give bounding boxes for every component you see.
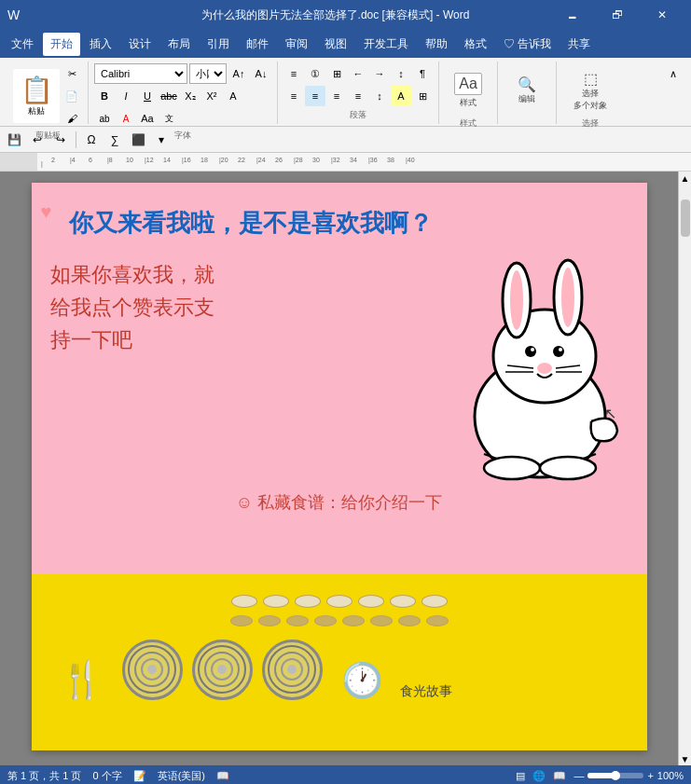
shading-button[interactable]: A [391, 86, 411, 106]
ribbon-collapse-button[interactable]: ∧ [663, 63, 684, 84]
document-scroll-area[interactable]: ♥ 你又来看我啦，是不是喜欢我啊？ 如果你喜欢我，就 给我点个赞表示支 持一下吧 [0, 172, 678, 765]
bold-button[interactable]: B [94, 86, 115, 106]
cut-icon: ✂ [68, 68, 76, 80]
grain-13 [370, 615, 393, 626]
zoom-out-button[interactable]: — [574, 770, 584, 781]
svg-text:18: 18 [200, 157, 208, 163]
cut-button[interactable]: ✂ [62, 63, 82, 84]
show-marks-button[interactable]: ¶ [412, 63, 433, 84]
clipboard-group: 📋 粘贴 ✂ 📄 🖌 剪贴板 [7, 62, 89, 124]
multilevel-list-button[interactable]: ⊞ [326, 63, 347, 84]
menu-layout[interactable]: 布局 [160, 33, 198, 56]
svg-point-29 [531, 348, 534, 351]
font-group: Calibri 小四 A↑ A↓ B I U abc X₂ X² A ab A … [89, 62, 278, 124]
svg-text:14: 14 [163, 157, 171, 163]
superscript-button[interactable]: X² [201, 86, 222, 106]
redo-icon: ↪ [56, 133, 65, 146]
format-painter-button[interactable]: 🖌 [62, 108, 82, 129]
scroll-down-button[interactable]: ▼ [679, 752, 692, 765]
undo-button[interactable]: ↩ [27, 130, 48, 150]
more-button[interactable]: ▾ [151, 130, 172, 150]
svg-text:38: 38 [387, 157, 394, 163]
align-left-button[interactable]: ≡ [283, 86, 304, 106]
restore-button[interactable]: 🗗 [596, 0, 639, 30]
svg-text:|28: |28 [294, 157, 303, 164]
align-center-button[interactable]: ≡ [305, 86, 325, 106]
menu-home[interactable]: 开始 [43, 33, 80, 56]
bullet-list-button[interactable]: ≡ [283, 63, 304, 84]
restore-icon: 🗗 [612, 8, 623, 21]
close-button[interactable]: ✕ [641, 0, 684, 30]
svg-text:|: | [41, 160, 43, 168]
increase-font-button[interactable]: A↑ [228, 63, 249, 84]
save-button[interactable]: 💾 [4, 130, 24, 150]
menu-share[interactable]: 共享 [560, 33, 598, 56]
menu-file[interactable]: 文件 [4, 33, 41, 56]
customize-button[interactable]: ⬛ [128, 130, 148, 150]
pointer-icon: ⬛ [131, 133, 145, 146]
italic-button[interactable]: I [116, 86, 136, 106]
view-print-icon[interactable]: ▤ [516, 770, 525, 782]
vertical-scrollbar[interactable]: ▲ ▼ [678, 172, 691, 765]
zoom-in-button[interactable]: + [647, 770, 653, 781]
align-right-button[interactable]: ≡ [326, 86, 347, 106]
menu-help[interactable]: 帮助 [418, 33, 455, 56]
menu-format[interactable]: 格式 [457, 33, 494, 56]
number-list-button[interactable]: ① [305, 63, 325, 84]
red-text-block: 如果你喜欢我，就 给我点个赞表示支 持一下吧 [50, 258, 433, 357]
select-icon: ⬚ [584, 70, 598, 88]
svg-point-45 [217, 665, 227, 674]
clear-format-button[interactable]: A [223, 86, 243, 106]
menu-tellme[interactable]: ♡ 告诉我 [496, 33, 559, 56]
select-label: 选择 多个对象 [574, 88, 607, 112]
font-color-button[interactable]: A [116, 108, 136, 129]
menu-insert[interactable]: 插入 [82, 33, 119, 56]
view-read-icon[interactable]: 📖 [553, 770, 566, 782]
font-name-select[interactable]: Calibri [94, 63, 187, 84]
svg-text:6: 6 [89, 157, 92, 163]
menu-view[interactable]: 视图 [317, 33, 354, 56]
redo-button[interactable]: ↪ [50, 130, 71, 150]
sort-button[interactable]: ↕ [391, 63, 411, 84]
copy-button[interactable]: 📄 [62, 86, 82, 106]
menu-mail[interactable]: 邮件 [239, 33, 276, 56]
grain-11 [314, 615, 337, 626]
view-web-icon[interactable]: 🌐 [532, 770, 546, 782]
scroll-thumb[interactable] [681, 199, 690, 237]
special-char-button[interactable]: Ω [81, 130, 102, 150]
main-layout: ♥ 你又来看我啦，是不是喜欢我啊？ 如果你喜欢我，就 给我点个赞表示支 持一下吧 [0, 172, 691, 765]
font-size-select[interactable]: 小四 [189, 63, 227, 84]
top-heading-text: 你又来看我啦，是不是喜欢我啊？ [69, 207, 629, 240]
grain-15 [426, 615, 449, 626]
line-spacing-button[interactable]: ↕ [369, 86, 390, 106]
menu-review[interactable]: 审阅 [278, 33, 315, 56]
justify-button[interactable]: ≡ [348, 86, 368, 106]
check-icon: 📝 [133, 770, 146, 782]
scroll-up-button[interactable]: ▲ [679, 172, 692, 185]
paste-button[interactable]: 📋 粘贴 [13, 69, 60, 123]
minimize-button[interactable]: 🗕 [551, 0, 594, 30]
editing-button[interactable]: 🔍 编辑 [504, 63, 550, 117]
char-spacing-button[interactable]: Aa [137, 108, 158, 129]
styles-button[interactable]: Aa 样式 [445, 63, 491, 117]
more-icon: ▾ [159, 133, 164, 146]
select-objects-button[interactable]: ⬚ 选择 多个对象 [562, 63, 618, 117]
strikethrough-button[interactable]: abc [159, 86, 179, 106]
decrease-indent-button[interactable]: ← [348, 63, 368, 84]
decrease-font-button[interactable]: A↓ [251, 63, 271, 84]
text-highlight-button[interactable]: ab [94, 108, 115, 129]
zoom-slider[interactable] [587, 773, 643, 778]
formula-button[interactable]: ∑ [104, 130, 125, 150]
grain-6 [390, 595, 416, 608]
border-button[interactable]: ⊞ [412, 86, 433, 106]
menu-design[interactable]: 设计 [121, 33, 159, 56]
menu-references[interactable]: 引用 [200, 33, 237, 56]
close-icon: ✕ [657, 8, 667, 21]
grain-row-1 [231, 595, 448, 608]
underline-button[interactable]: U [137, 86, 158, 106]
increase-indent-button[interactable]: → [369, 63, 390, 84]
subscript-button[interactable]: X₂ [180, 86, 200, 106]
phonetic-button[interactable]: 文 [159, 108, 179, 129]
zoom-slider-thumb[interactable] [611, 771, 620, 780]
menu-dev[interactable]: 开发工具 [356, 33, 416, 56]
